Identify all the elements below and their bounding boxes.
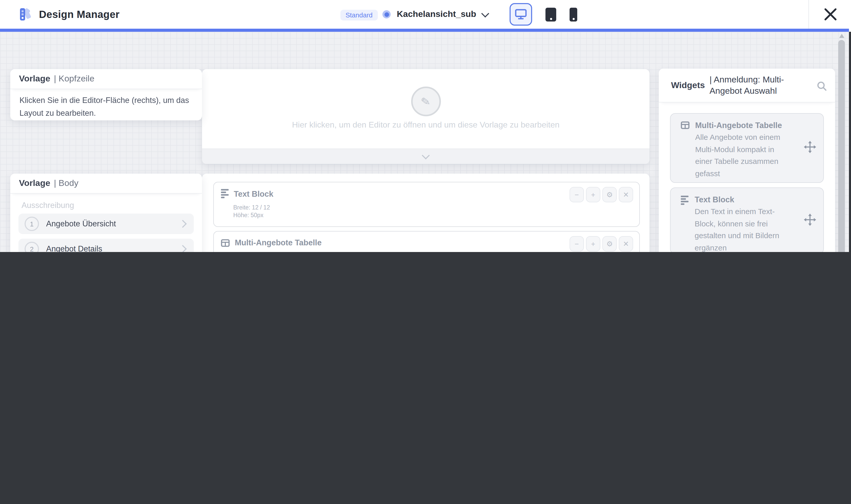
- remove-block-button[interactable]: ✕: [619, 236, 633, 251]
- table-icon: [681, 120, 690, 179]
- app-header: Design Manager Standard Kachelansicht_su…: [0, 0, 851, 29]
- block-settings-button[interactable]: ⚙: [602, 236, 617, 251]
- step-number: 2: [24, 242, 39, 252]
- panel-title-secondary: | Body: [54, 178, 79, 188]
- sidebar-item-label: Angebot Details: [46, 244, 102, 252]
- drag-handle[interactable]: [804, 141, 816, 155]
- header-template-editor-card: ✎ Hier klicken, um den Editor zu öffnen …: [202, 69, 649, 164]
- canvas-block-multi-angebote-tabelle[interactable]: Multi-Angebote Tabelle Breite: 12 / 12 H…: [213, 231, 640, 252]
- widget-description: Alle Angebote von einem Multi-Modul komp…: [695, 131, 782, 179]
- body-panel: Vorlage | Body Ausschreibung 1 Angebote …: [10, 174, 202, 252]
- sidebar-item-angebote-uebersicht[interactable]: 1 Angebote Übersicht: [18, 214, 194, 234]
- search-button[interactable]: [817, 81, 827, 93]
- header-accent-line: [0, 29, 849, 32]
- scrollbar-up-arrow[interactable]: [839, 34, 844, 38]
- shrink-block-button[interactable]: −: [570, 236, 584, 251]
- panel-title-primary: Widgets: [671, 80, 705, 90]
- device-preview-toolbar: [509, 4, 577, 24]
- widget-title: Text Block: [695, 194, 779, 205]
- block-title: Multi-Angebote Tabelle: [235, 238, 322, 247]
- body-panel-list: Ausschreibung 1 Angebote Übersicht 2 Ang…: [10, 194, 202, 252]
- monitor-icon: [515, 9, 527, 20]
- drag-handle[interactable]: [804, 214, 816, 228]
- grow-block-button[interactable]: +: [586, 187, 600, 202]
- kopfzeile-panel-title: Vorlage | Kopfzeile: [10, 69, 202, 89]
- section-label-ausschreibung: Ausschreibung: [21, 201, 194, 210]
- remove-block-button[interactable]: ✕: [619, 187, 633, 202]
- body-panel-title: Vorlage | Body: [10, 174, 202, 194]
- header-divider: [809, 0, 809, 29]
- panel-title-secondary: | Kopfzeile: [54, 74, 94, 84]
- step-number: 1: [24, 217, 39, 231]
- desktop-preview-button[interactable]: [509, 3, 532, 25]
- sidebar-item-angebot-details[interactable]: 2 Angebot Details: [18, 239, 194, 252]
- widgets-panel: Widgets | Anmeldung: Multi- Angebot Ausw…: [659, 69, 835, 252]
- widget-title: Multi-Angebote Tabelle: [695, 120, 782, 131]
- chevron-down-icon: [422, 151, 430, 159]
- move-icon: [804, 141, 816, 153]
- scrollbar-thumb[interactable]: [838, 40, 845, 252]
- block-settings-button[interactable]: ⚙: [602, 187, 617, 202]
- block-height-value: Höhe: 50px: [233, 212, 639, 219]
- editor-placeholder-text: Hier klicken, um den Editor zu öffnen un…: [202, 120, 649, 130]
- block-controls: − + ⚙ ✕: [570, 236, 633, 251]
- page-title: Design Manager: [39, 0, 120, 29]
- pencil-icon: ✎: [420, 94, 431, 109]
- canvas-block-text-block[interactable]: Text Block Breite: 12 / 12 Höhe: 50px − …: [213, 182, 640, 227]
- block-controls: − + ⚙ ✕: [570, 187, 633, 202]
- design-manager-window: Design Manager Standard Kachelansicht_su…: [0, 0, 851, 252]
- move-icon: [804, 214, 816, 226]
- kopfzeile-hint-text: Klicken Sie in die Editor-Fläche (rechts…: [10, 89, 202, 119]
- chevron-right-icon: [179, 245, 187, 252]
- block-width-value: Breite: 12 / 12: [233, 204, 639, 212]
- edit-pencil-badge: ✎: [411, 87, 440, 116]
- chevron-right-icon: [179, 220, 187, 228]
- close-icon: [824, 8, 837, 21]
- collapse-header-strip[interactable]: [202, 148, 649, 164]
- close-button[interactable]: [821, 7, 840, 22]
- panel-title-secondary: | Anmeldung: Multi- Angebot Auswahl: [710, 74, 784, 96]
- table-icon: [221, 239, 230, 247]
- design-manager-logo-icon: [18, 7, 33, 21]
- status-badge: Standard: [341, 10, 378, 20]
- grow-block-button[interactable]: +: [586, 236, 600, 251]
- body-template-canvas: Text Block Breite: 12 / 12 Höhe: 50px − …: [202, 174, 649, 252]
- template-active-dot-icon: [382, 10, 390, 18]
- tablet-icon: [550, 18, 552, 20]
- search-icon: [817, 81, 827, 91]
- widget-description: Den Text in einem Text- Block, können si…: [695, 205, 779, 252]
- block-title: Text Block: [234, 190, 274, 199]
- kopfzeile-panel: Vorlage | Kopfzeile Klicken Sie in die E…: [10, 69, 202, 120]
- text-lines-icon: [221, 189, 229, 199]
- template-selector[interactable]: Kachelansicht_sub: [382, 0, 488, 29]
- template-selector-value: Kachelansicht_sub: [397, 9, 476, 19]
- chevron-down-icon: [481, 9, 489, 17]
- open-editor-area[interactable]: ✎ Hier klicken, um den Editor zu öffnen …: [202, 69, 649, 149]
- sidebar-item-label: Angebote Übersicht: [46, 219, 116, 229]
- shrink-block-button[interactable]: −: [570, 187, 584, 202]
- tablet-preview-button[interactable]: [545, 7, 556, 21]
- text-lines-icon: [681, 194, 689, 252]
- widgets-panel-title: Widgets | Anmeldung: Multi- Angebot Ausw…: [659, 69, 835, 103]
- phone-icon: [572, 18, 574, 20]
- phone-preview-button[interactable]: [570, 7, 577, 21]
- widget-card-multi-angebote-tabelle[interactable]: Multi-Angebote Tabelle Alle Angebote von…: [670, 113, 824, 183]
- panel-title-primary: Vorlage: [19, 178, 50, 188]
- widget-card-text-block[interactable]: Text Block Den Text in einem Text- Block…: [670, 187, 824, 252]
- panel-title-primary: Vorlage: [19, 74, 50, 84]
